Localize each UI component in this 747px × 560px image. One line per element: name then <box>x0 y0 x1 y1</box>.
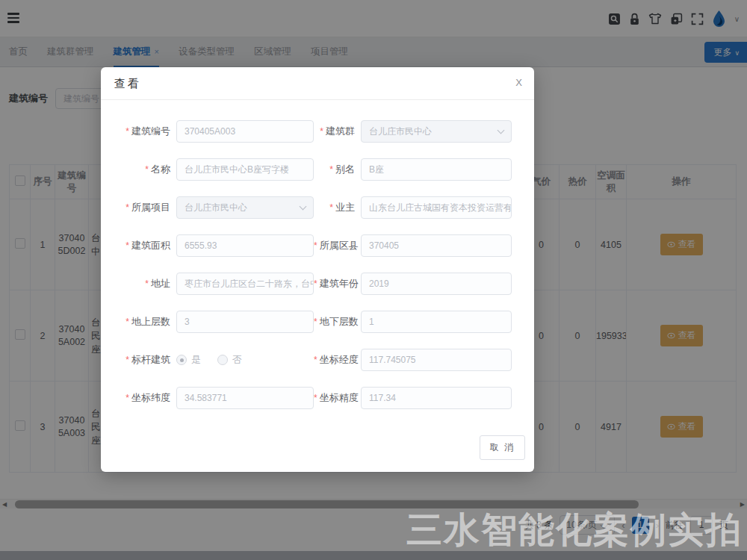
close-icon[interactable]: X <box>515 77 522 88</box>
field-label: *建筑年份 <box>314 277 355 290</box>
benchmark-radio-group: 是 否 <box>176 349 314 371</box>
floors-above-input: 3 <box>176 311 314 333</box>
modal-header: 查看 X <box>101 67 534 100</box>
chevron-down-icon <box>300 203 307 211</box>
field-label: *所属项目 <box>114 201 170 214</box>
radio-no: 否 <box>217 353 242 367</box>
project-select: 台儿庄市民中心 <box>176 196 314 219</box>
owner-input: 山东台儿庄古城国有资本投资运营有限公司 <box>361 196 512 219</box>
district-input: 370405 <box>361 234 512 257</box>
name-input: 台儿庄市民中心B座写字楼 <box>176 158 314 181</box>
modal-title: 查看 <box>114 77 141 90</box>
form-row: *标杆建筑 是 否 *坐标经度 117.745075 <box>101 348 534 372</box>
precision-input: 117.34 <box>361 387 512 409</box>
field-label: *建筑群 <box>314 125 355 138</box>
field-label: *标杆建筑 <box>114 353 170 367</box>
modal-footer: 取 消 <box>480 435 525 460</box>
field-label: *坐标纬度 <box>114 391 170 405</box>
chevron-down-icon <box>498 127 505 134</box>
modal-body: *建筑编号 370405A003 *建筑群 台儿庄市民中心 *名称 台儿庄市民中… <box>101 100 534 410</box>
view-building-modal: 查看 X *建筑编号 370405A003 *建筑群 台儿庄市民中心 *名称 台… <box>101 67 534 472</box>
alias-input: B座 <box>361 158 512 181</box>
building-area-input: 6555.93 <box>176 234 314 257</box>
field-label: *业主 <box>314 201 355 214</box>
building-code-input: 370405A003 <box>176 120 314 143</box>
radio-icon <box>217 355 228 365</box>
form-row: *所属项目 台儿庄市民中心 *业主 山东台儿庄古城国有资本投资运营有限公司 <box>101 196 534 220</box>
form-row: *建筑面积 6555.93 *所属区县 370405 <box>101 234 534 258</box>
field-label: *所属区县 <box>314 239 355 252</box>
build-year-input: 2019 <box>361 273 512 295</box>
field-label: *坐标经度 <box>314 353 355 367</box>
form-row: *名称 台儿庄市民中心B座写字楼 *别名 B座 <box>101 158 534 181</box>
field-label: *地上层数 <box>114 315 170 329</box>
form-row: *坐标纬度 34.583771 *坐标精度 117.34 <box>101 386 534 410</box>
address-input: 枣庄市台儿庄区台二十路东，台中路南 <box>176 273 314 295</box>
field-label: *别名 <box>314 163 355 176</box>
latitude-input: 34.583771 <box>176 387 314 409</box>
field-label: *地址 <box>114 277 170 290</box>
field-label: *名称 <box>114 163 170 176</box>
radio-yes: 是 <box>176 353 201 367</box>
cancel-button[interactable]: 取 消 <box>480 435 525 460</box>
building-group-select: 台儿庄市民中心 <box>361 120 512 143</box>
field-label: *地下层数 <box>314 315 355 329</box>
longitude-input: 117.745075 <box>361 349 512 371</box>
floors-below-input: 1 <box>361 311 512 333</box>
form-row: *建筑编号 370405A003 *建筑群 台儿庄市民中心 <box>101 119 534 143</box>
field-label: *建筑面积 <box>114 239 170 252</box>
form-row: *地上层数 3 *地下层数 1 <box>101 310 534 334</box>
radio-icon <box>176 355 187 365</box>
field-label: *建筑编号 <box>114 125 170 138</box>
field-label: *坐标精度 <box>314 391 355 405</box>
form-row: *地址 枣庄市台儿庄区台二十路东，台中路南 *建筑年份 2019 <box>101 272 534 296</box>
